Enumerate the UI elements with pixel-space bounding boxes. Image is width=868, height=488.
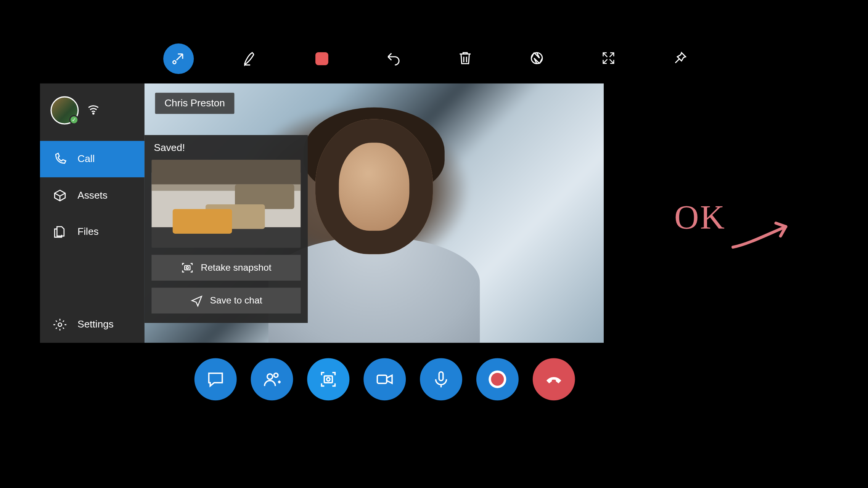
sidebar-item-files[interactable]: Files (40, 214, 145, 250)
stop-icon (315, 52, 328, 65)
save-to-chat-label: Save to chat (210, 295, 262, 306)
gear-icon (53, 318, 67, 332)
wifi-icon (87, 103, 100, 118)
video-icon (375, 370, 394, 388)
sidebar-item-label: Assets (77, 189, 108, 201)
microphone-button[interactable] (420, 358, 462, 400)
arrow-icon (730, 215, 800, 256)
sidebar-header: ✓ (40, 83, 145, 141)
video-button[interactable] (363, 358, 406, 400)
chat-button[interactable] (194, 358, 237, 400)
svg-rect-11 (439, 372, 443, 380)
pin-button[interactable] (665, 43, 695, 74)
participant-name: Chris Preston (164, 98, 225, 109)
sidebar-item-label: Files (77, 226, 98, 238)
top-toolbar (163, 43, 695, 74)
svg-point-7 (274, 373, 278, 377)
files-icon (53, 225, 67, 239)
svg-point-6 (267, 374, 273, 379)
trash-button[interactable] (450, 43, 481, 74)
hangup-button[interactable] (533, 358, 575, 400)
participant-name-tag: Chris Preston (155, 93, 235, 114)
retake-snapshot-button[interactable]: Retake snapshot (151, 255, 301, 281)
svg-point-9 (326, 377, 330, 381)
collapse-button[interactable] (163, 43, 194, 74)
video-area: Chris Preston Saved! Retake snapshot Sav… (145, 83, 604, 343)
aperture-icon (529, 50, 545, 68)
status-online-icon: ✓ (69, 115, 79, 125)
svg-point-2 (93, 113, 94, 114)
snapshot-status: Saved! (154, 142, 301, 154)
trash-icon (457, 50, 473, 68)
save-to-chat-button[interactable]: Save to chat (151, 288, 301, 314)
aperture-button[interactable] (522, 43, 552, 74)
pen-icon (242, 50, 258, 68)
call-app-window: ✓ Call Assets Files Settings (40, 83, 604, 343)
record-button[interactable] (476, 358, 519, 400)
sidebar-item-call[interactable]: Call (40, 141, 145, 177)
mic-icon (432, 370, 450, 388)
undo-icon (385, 50, 402, 68)
camera-icon (319, 370, 338, 388)
sidebar-item-label: Settings (77, 319, 114, 331)
sidebar: ✓ Call Assets Files Settings (40, 83, 145, 343)
fullscreen-icon (600, 50, 617, 68)
snapshot-button[interactable] (307, 358, 349, 400)
send-icon (190, 294, 203, 307)
svg-rect-10 (377, 375, 387, 383)
camera-retake-icon (181, 261, 194, 274)
svg-point-3 (58, 323, 61, 326)
stop-button[interactable] (307, 43, 337, 74)
retake-snapshot-label: Retake snapshot (201, 262, 272, 273)
svg-point-5 (186, 266, 188, 269)
phone-icon (53, 152, 67, 166)
sidebar-item-label: Call (77, 153, 95, 165)
package-icon (53, 188, 67, 202)
hangup-icon (545, 370, 563, 388)
svg-point-0 (173, 61, 176, 64)
add-person-icon (262, 370, 281, 388)
add-participant-button[interactable] (251, 358, 293, 400)
ink-annotation: OK (674, 197, 726, 236)
sidebar-item-settings[interactable]: Settings (40, 307, 145, 343)
pin-icon (672, 50, 688, 68)
undo-button[interactable] (378, 43, 409, 74)
fullscreen-button[interactable] (593, 43, 624, 74)
ink-text: OK (674, 198, 726, 236)
snapshot-popup: Saved! Retake snapshot Save to chat (145, 135, 308, 323)
call-controls (194, 358, 575, 400)
pen-button[interactable] (235, 43, 265, 74)
record-icon (491, 373, 504, 386)
chat-icon (206, 370, 225, 388)
collapse-icon (170, 50, 187, 68)
sidebar-item-assets[interactable]: Assets (40, 177, 145, 214)
snapshot-thumbnail[interactable] (151, 160, 301, 248)
avatar[interactable]: ✓ (50, 96, 79, 125)
